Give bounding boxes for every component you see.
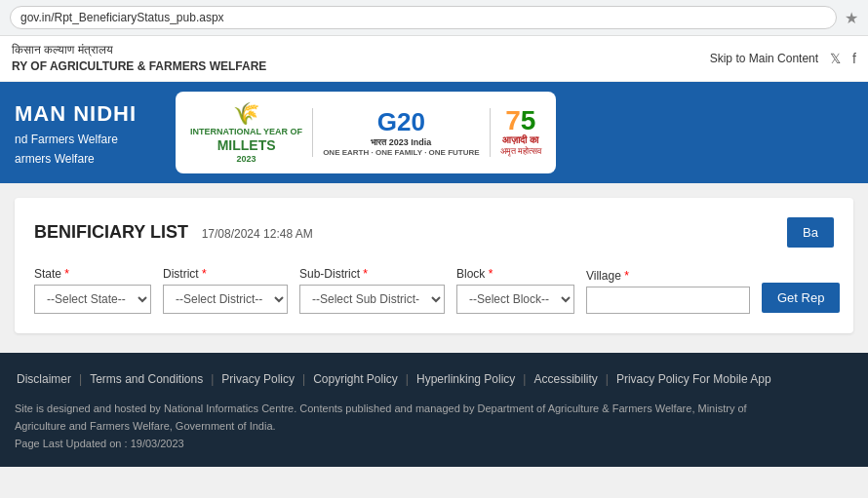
millets-logo-box: 🌾 INTERNATIONAL YEAR OF MILLETS 2023 [190, 101, 302, 165]
footer-link-disclaimer[interactable]: Disclaimer [15, 372, 73, 386]
ministry-name: किसान कल्याण मंत्रालय RY OF AGRICULTURE … [12, 42, 266, 75]
g20-logo-box: G20 भारत 2023 India ONE EARTH · ONE FAMI… [323, 107, 479, 157]
footer-link-accessibility[interactable]: Accessibility [532, 372, 599, 386]
footer-info: Site is designed and hosted by National … [15, 401, 853, 452]
state-group: State * --Select State-- [34, 267, 151, 314]
azadi-logo: 75 आज़ादी का अमृत महोत्सव [500, 107, 542, 157]
block-label: Block * [456, 267, 574, 281]
block-required: * [485, 267, 493, 281]
subdistrict-label: Sub-District * [299, 267, 445, 281]
scheme-text: MAN NIDHI nd Farmers Welfare armers Welf… [15, 96, 137, 169]
village-input[interactable] [586, 287, 750, 314]
block-select[interactable]: --Select Block-- [456, 285, 574, 314]
facebook-icon[interactable]: f [852, 51, 856, 66]
district-label: District * [163, 267, 288, 281]
logo-divider-2 [490, 108, 491, 157]
subdistrict-required: * [360, 267, 368, 281]
village-group: Village * [586, 269, 750, 314]
logo-divider-1 [312, 108, 313, 157]
footer-link-mobile-privacy[interactable]: Privacy Policy For Mobile App [614, 372, 773, 386]
state-required: * [61, 267, 69, 281]
filter-form: State * --Select State-- District * --Se… [34, 267, 834, 314]
subdistrict-group: Sub-District * --Select Sub District- [299, 267, 445, 314]
scheme-subtitle-1: nd Farmers Welfare [15, 131, 137, 149]
millets-icon: 🌾 [190, 101, 302, 127]
footer-link-privacy[interactable]: Privacy Policy [219, 372, 296, 386]
scheme-subtitle-2: armers Welfare [15, 150, 137, 169]
ministry-english: RY OF AGRICULTURE & FARMERS WELFARE [12, 58, 266, 75]
sep-1: | [79, 372, 82, 386]
millets-logo: 🌾 INTERNATIONAL YEAR OF MILLETS 2023 [190, 101, 302, 165]
back-button[interactable]: Ba [787, 217, 834, 248]
footer-info-line2: Agriculture and Farmers Welfare, Governm… [15, 418, 853, 436]
g20-text: G20 [323, 107, 479, 137]
main-content: BENIFICIARY LIST 17/08/2024 12:48 AM Ba … [15, 198, 853, 333]
list-title: BENIFICIARY LIST [34, 222, 188, 242]
footer-link-copyright[interactable]: Copyright Policy [311, 372, 400, 386]
village-required: * [621, 269, 629, 283]
scheme-name: MAN NIDHI [15, 96, 137, 131]
sep-2: | [211, 372, 214, 386]
footer-link-hyperlinking[interactable]: Hyperlinking Policy [414, 372, 517, 386]
g20-subtext: भारत 2023 India [323, 137, 479, 148]
azadi-line2: अमृत महोत्सव [500, 146, 542, 157]
azadi-logo-box: 75 आज़ादी का अमृत महोत्सव [500, 107, 542, 157]
skip-main-content-link[interactable]: Skip to Main Content [710, 52, 818, 65]
footer: Disclaimer | Terms and Conditions | Priv… [0, 353, 868, 467]
g20-logo: G20 भारत 2023 India ONE EARTH · ONE FAMI… [323, 107, 479, 157]
blue-banner: MAN NIDHI nd Farmers Welfare armers Welf… [0, 82, 868, 184]
district-select[interactable]: --Select District-- [163, 285, 288, 314]
footer-links: Disclaimer | Terms and Conditions | Priv… [15, 372, 853, 386]
list-timestamp: 17/08/2024 12:48 AM [202, 227, 313, 241]
top-right-links: Skip to Main Content 𝕏 f [710, 51, 856, 66]
twitter-icon[interactable]: 𝕏 [830, 51, 841, 66]
browser-bar: gov.in/Rpt_BeneficiaryStatus_pub.aspx ★ [0, 0, 868, 36]
district-group: District * --Select District-- [163, 267, 288, 314]
village-label: Village * [586, 269, 750, 283]
state-select[interactable]: --Select State-- [34, 285, 151, 314]
azadi-75: 75 [500, 107, 542, 134]
sep-3: | [302, 372, 305, 386]
district-required: * [199, 267, 207, 281]
millets-text-2: MILLETS [190, 137, 302, 154]
ministry-hindi: किसान कल्याण मंत्रालय [12, 42, 266, 58]
url-bar[interactable]: gov.in/Rpt_BeneficiaryStatus_pub.aspx [10, 6, 837, 29]
g20-tagline: ONE EARTH · ONE FAMILY · ONE FUTURE [323, 148, 479, 157]
bookmark-icon[interactable]: ★ [845, 9, 858, 27]
gov-top-bar: किसान कल्याण मंत्रालय RY OF AGRICULTURE … [0, 36, 868, 82]
footer-info-line1: Site is designed and hosted by National … [15, 401, 853, 418]
list-header: BENIFICIARY LIST 17/08/2024 12:48 AM Ba [34, 217, 834, 248]
sep-5: | [523, 372, 526, 386]
logos-container: 🌾 INTERNATIONAL YEAR OF MILLETS 2023 G20… [176, 92, 556, 174]
subdistrict-select[interactable]: --Select Sub District- [299, 285, 445, 314]
get-report-button[interactable]: Get Rep [762, 283, 840, 313]
state-label: State * [34, 267, 151, 281]
block-group: Block * --Select Block-- [456, 267, 574, 314]
footer-updated: Page Last Updated on : 19/03/2023 [15, 436, 853, 453]
list-title-area: BENIFICIARY LIST 17/08/2024 12:48 AM [34, 222, 313, 243]
millets-text-1: INTERNATIONAL YEAR OF [190, 127, 302, 137]
footer-link-terms[interactable]: Terms and Conditions [88, 372, 205, 386]
azadi-line1: आज़ादी का [500, 134, 542, 146]
sep-4: | [406, 372, 409, 386]
millets-year: 2023 [190, 154, 302, 165]
sep-6: | [606, 372, 609, 386]
